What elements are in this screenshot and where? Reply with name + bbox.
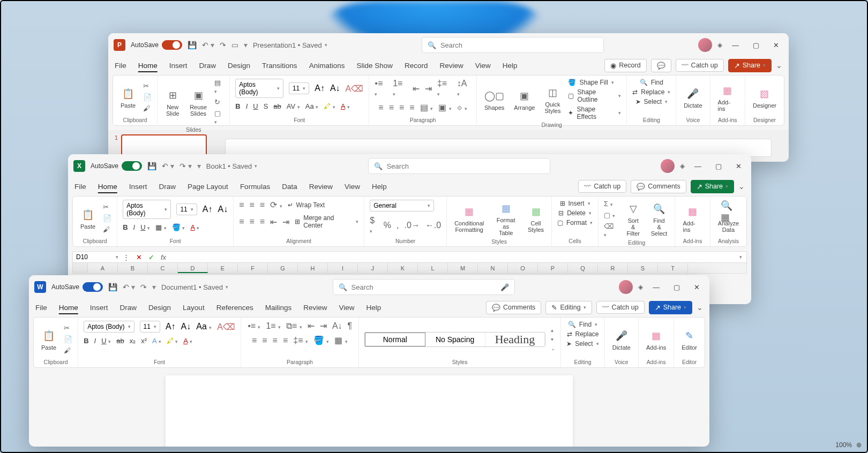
align-bottom-button[interactable]: ≡ [260,200,265,210]
col-S[interactable]: S [628,263,658,273]
superscript-button[interactable]: x² [141,337,147,345]
document-title[interactable]: Presentation1 • Saved ▾ [253,41,327,49]
save-icon[interactable]: 💾 [188,41,197,49]
new-slide-button[interactable]: ⊞New Slide [163,87,182,118]
font-size-combo[interactable]: 11 ▾ [289,82,309,94]
text-direction-button[interactable]: ↕A ▾ [457,79,471,98]
tab-record[interactable]: Record [405,62,428,70]
smartart-button[interactable]: ⟐ ▾ [457,103,467,112]
indent-inc-button[interactable]: ⇥ [425,84,432,94]
redo-icon[interactable]: ↷ ▾ [179,162,192,170]
increase-font-icon[interactable]: A↑ [166,322,176,331]
tab-formulas[interactable]: Formulas [240,183,270,191]
char-spacing-button[interactable]: AV ▾ [287,102,300,110]
diamond-icon[interactable]: ◈ [717,41,722,49]
font-size-combo[interactable]: 11 ▾ [140,321,160,333]
indent-dec-button[interactable]: ⇤ [270,217,277,227]
undo-icon[interactable]: ↶ ▾ [123,283,135,291]
align-right-button[interactable]: ≡ [399,103,404,112]
from-beginning-icon[interactable]: ▭ [231,41,238,49]
clear-format-icon[interactable]: A⌫ [346,84,364,94]
clear-format-icon[interactable]: A⌫ [217,322,235,332]
tab-file[interactable]: File [35,304,47,312]
shape-fill-button[interactable]: 🪣 Shape Fill ▾ [568,79,621,86]
align-left-button[interactable]: ≡ [239,217,244,227]
cut-icon[interactable]: ✂ [143,82,152,90]
autosave-toggle[interactable]: AutoSave [91,161,142,171]
reuse-slides-button[interactable]: ▣Reuse Slides [188,87,209,118]
indent-dec-button[interactable]: ⇤ [413,84,420,94]
col-G[interactable]: G [268,263,298,273]
find-button[interactable]: 🔍 Find [640,79,663,86]
tab-slideshow[interactable]: Slide Show [356,62,393,70]
style-normal[interactable]: Normal [365,333,425,346]
tab-view[interactable]: View [475,62,491,70]
percent-button[interactable]: % [384,221,391,230]
strike-button[interactable]: S [264,102,268,110]
editing-mode-button[interactable]: ✎ Editing ▾ [545,301,592,314]
reset-icon[interactable]: ↻ [214,98,224,106]
autosave-toggle[interactable]: AutoSave [131,40,182,50]
qat-more-icon[interactable]: ▾ [152,283,156,291]
styles-down-icon[interactable]: ▾ [551,336,555,342]
undo-icon[interactable]: ↶ ▾ [162,162,174,170]
decrease-font-icon[interactable]: A↓ [181,322,191,331]
copy-icon[interactable]: 📄 [64,335,72,343]
insert-cells-button[interactable]: ⊞ Insert ▾ [560,200,590,207]
justify-button[interactable]: ≡ [283,336,288,345]
cell-styles-button[interactable]: ▦Cell Styles [526,203,546,234]
close-button[interactable]: ✕ [736,162,742,170]
font-name-combo[interactable]: Aptos (Body) ▾ [84,321,134,333]
tab-insert[interactable]: Insert [129,183,147,191]
change-case-icon[interactable]: Aa ▾ [196,322,212,331]
tab-draw[interactable]: Draw [120,304,137,312]
delete-cells-button[interactable]: ⊟ Delete ▾ [558,209,592,217]
columns-button[interactable]: ▤ ▾ [420,102,433,112]
decrease-font-icon[interactable]: A↓ [330,84,340,93]
col-J[interactable]: J [358,263,388,273]
diamond-icon[interactable]: ◈ [680,162,685,170]
document-page[interactable] [166,375,573,447]
redo-icon[interactable]: ↷ [140,283,147,291]
sort-button[interactable]: A↓ [332,321,342,331]
tab-animations[interactable]: Animations [309,62,345,70]
tab-design[interactable]: Design [148,304,171,312]
paste-button[interactable]: 📋Paste [78,206,98,231]
font-size-combo[interactable]: 11 ▾ [176,203,197,215]
strike-button[interactable]: ab [116,337,124,345]
italic-button[interactable]: I [133,223,136,231]
cut-icon[interactable]: ✂ [103,203,111,211]
tab-review[interactable]: Review [309,183,333,191]
tab-view[interactable]: View [339,304,354,312]
catchup-button[interactable]: 〰 Catch up [596,301,645,314]
tab-home[interactable]: Home [98,183,117,191]
merge-button[interactable]: ⊞ Merge and Center ▾ [295,214,358,229]
align-top-button[interactable]: ≡ [239,200,244,210]
underline-button[interactable]: U ▾ [101,337,111,345]
align-right-button[interactable]: ≡ [273,336,278,345]
styles-up-icon[interactable]: ▴ [551,327,555,333]
col-C[interactable]: C [148,263,178,273]
format-painter-icon[interactable]: 🖌 [103,225,111,233]
select-button[interactable]: ➤ Select ▾ [566,340,598,348]
find-button[interactable]: 🔍 Find ▾ [568,321,597,328]
save-icon[interactable]: 💾 [147,162,156,170]
col-E[interactable]: E [208,263,238,273]
font-color-button[interactable]: A ▾ [190,223,199,231]
comments-button[interactable]: 💬 Comments [486,301,541,314]
col-P[interactable]: P [538,263,568,273]
minimize-button[interactable]: — [694,162,701,170]
col-Q[interactable]: Q [568,263,598,273]
enter-icon[interactable]: ✓ [148,253,154,261]
inc-decimal-button[interactable]: .0→ [404,221,420,230]
avatar[interactable] [698,38,712,52]
dictate-button[interactable]: 🎤Dictate [610,327,633,352]
sort-filter-button[interactable]: ▽Sort & Filter [623,200,643,238]
ribbon-display-icon[interactable]: ⌄ [697,303,703,312]
align-right-button[interactable]: ≡ [260,217,265,227]
bullets-button[interactable]: ⦁≡ ▾ [375,79,387,98]
save-icon[interactable]: 💾 [108,283,117,291]
line-spacing-button[interactable]: ‡≡ ▾ [437,79,452,98]
numbering-button[interactable]: 1≡ ▾ [266,321,281,331]
format-table-button[interactable]: ▦Format as Table [491,200,520,237]
